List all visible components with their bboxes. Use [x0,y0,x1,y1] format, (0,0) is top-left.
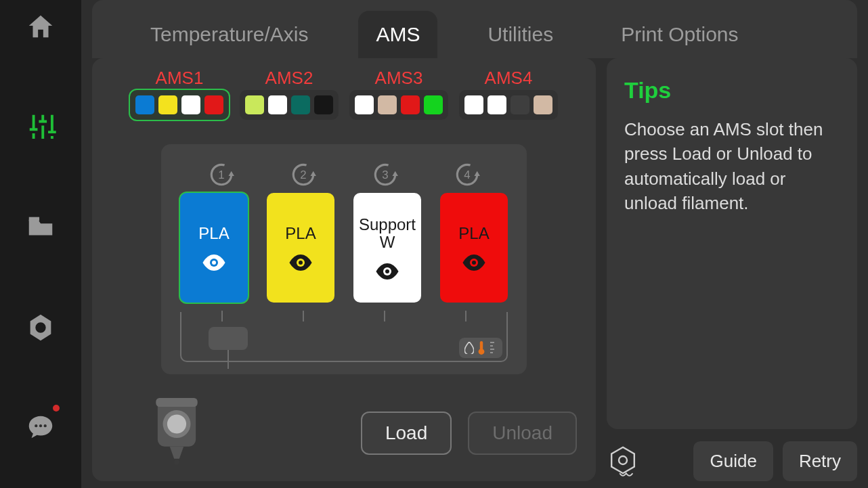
svg-point-21 [385,269,389,273]
svg-point-23 [472,261,476,265]
tips-body: Choose an AMS slot then press Load or Un… [624,117,840,216]
svg-rect-31 [156,398,197,407]
swatch [355,95,374,114]
nav-home[interactable] [20,7,61,47]
swatch [245,95,264,114]
slot-row: PLA PLA Support W PLA [180,193,508,303]
slot-material: Support W [353,216,421,252]
svg-point-25 [479,349,485,355]
svg-marker-34 [170,447,183,459]
swatch [268,95,287,114]
svg-text:1: 1 [218,169,224,181]
ams-unit-4[interactable]: AMS4 [459,68,558,120]
home-icon [25,12,56,43]
svg-text:3: 3 [382,169,388,181]
svg-marker-8 [310,171,316,176]
ams-unit-label: AMS2 [265,68,313,89]
tab-utilities[interactable]: Utilities [470,11,571,58]
swatch [158,95,177,114]
ams-unit-swatches [459,90,558,120]
svg-point-35 [174,460,179,465]
svg-point-19 [299,261,303,265]
ams-unit-3[interactable]: AMS3 [349,68,448,120]
slot-1[interactable]: PLA [180,193,248,303]
svg-marker-5 [228,171,234,176]
svg-text:4: 4 [464,169,470,181]
slot-4[interactable]: PLA [440,193,508,303]
swatch [181,95,200,114]
folder-icon [25,212,56,243]
slot-2[interactable]: PLA [267,193,334,303]
swatch [291,95,310,114]
ams-diagram: 1 2 3 4 PLA PLA Support W [161,144,527,374]
unload-button: Unload [468,412,577,455]
svg-marker-11 [392,171,397,176]
nav-controls[interactable] [20,107,61,148]
diagram-footer: Load Unload [111,395,577,472]
swatch [487,95,506,114]
nozzle-icon [150,395,203,472]
rotate-icon: 4 [449,160,485,189]
slot-material: PLA [198,225,229,242]
nav-chat[interactable] [20,407,61,448]
svg-marker-14 [474,171,479,176]
eye-icon [461,254,487,271]
slot-material: PLA [285,225,316,242]
svg-point-37 [619,456,627,464]
guide-button[interactable]: Guide [693,441,773,481]
tab-print-options[interactable]: Print Options [603,11,756,58]
swatch [401,95,420,114]
ams-panel: AMS1 AMS2 [92,58,596,481]
svg-marker-36 [611,447,634,472]
svg-text:2: 2 [300,169,306,181]
ams-unit-2[interactable]: AMS2 [240,68,339,120]
eye-icon [201,254,227,271]
swatch [464,95,483,114]
svg-point-3 [44,424,47,427]
sidebar [0,0,81,488]
right-column: Tips Choose an AMS slot then press Load … [607,58,857,481]
rotate-icon: 1 [203,160,240,189]
eye-icon [374,263,400,280]
humidity-temp-badge[interactable] [459,338,502,358]
retry-button[interactable]: Retry [783,441,857,481]
slot-material: PLA [458,225,489,242]
ams-unit-swatches [130,90,229,120]
spool-icon[interactable] [607,444,639,479]
svg-point-17 [212,261,216,265]
ams-unit-swatches [349,90,448,120]
svg-rect-0 [29,217,39,221]
tips-title: Tips [624,77,840,104]
ams-unit-label: AMS3 [375,68,423,89]
nav-files[interactable] [20,207,61,248]
swatch [534,95,552,114]
swatch [135,95,154,114]
slot-3[interactable]: Support W [353,193,421,303]
ams-unit-swatches [240,90,339,120]
svg-point-2 [39,424,42,427]
rotate-icon: 3 [367,160,404,189]
filament-route [180,312,508,362]
hex-icon [25,312,56,343]
sliders-icon [23,110,58,145]
droplet-icon [464,342,474,354]
svg-point-1 [35,424,37,427]
nav-settings[interactable] [20,307,61,348]
tab-ams[interactable]: AMS [358,11,437,58]
footer-buttons: Guide Retry [607,441,857,481]
tab-temperature-axis[interactable]: Temperature/Axis [133,11,326,58]
svg-point-33 [167,414,186,433]
chat-icon [25,412,56,443]
ams-unit-label: AMS1 [156,68,204,89]
notification-dot [53,405,60,412]
tips-panel: Tips Choose an AMS slot then press Load … [607,58,857,429]
ams-unit-row: AMS1 AMS2 [111,68,577,120]
thermometer-icon [477,340,486,355]
load-button[interactable]: Load [361,412,452,455]
main: Temperature/Axis AMS Utilities Print Opt… [81,0,868,488]
rotate-icon: 2 [285,160,322,189]
swatch [511,95,529,114]
ams-unit-label: AMS4 [485,68,533,89]
swatch [204,95,223,114]
ams-unit-1[interactable]: AMS1 [130,68,229,120]
